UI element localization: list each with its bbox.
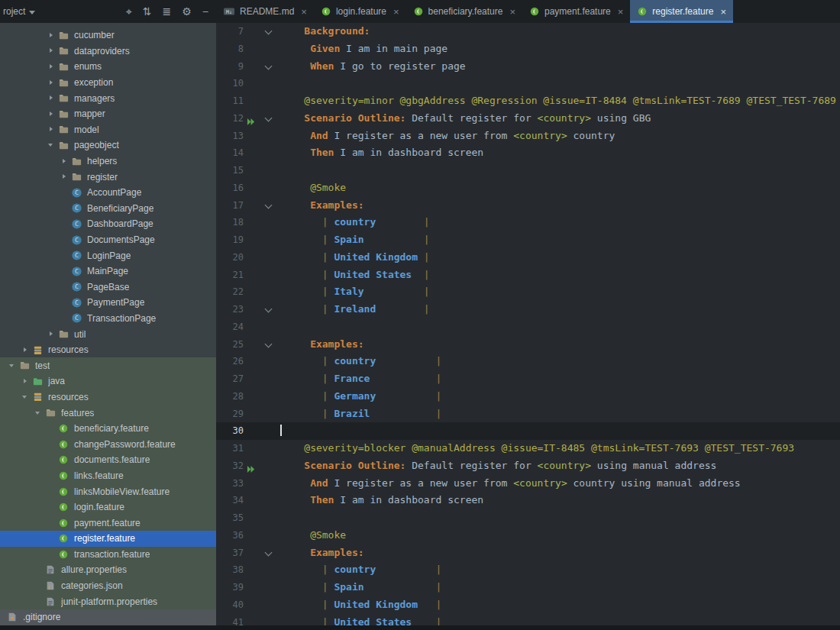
expand-collapse-icon[interactable]: ⇅ [143, 0, 152, 23]
chevron-down-icon[interactable] [45, 139, 57, 151]
code-line-35[interactable]: 35 [216, 509, 840, 527]
tree-item-model[interactable]: model [0, 122, 216, 138]
code-line-11[interactable]: 11 @severity=minor @gbgAddress @Regressi… [216, 92, 840, 110]
tree-item-features[interactable]: features [0, 405, 216, 421]
tab-payment.feature[interactable]: payment.feature× [522, 0, 630, 23]
chevron-right-icon[interactable] [45, 124, 57, 136]
tree-item-register.feature[interactable]: register.feature [0, 531, 216, 547]
chevron-right-icon[interactable] [45, 60, 57, 73]
code-line-38[interactable]: 38 | country | [216, 561, 840, 579]
code-line-17[interactable]: 17 Examples: [216, 197, 840, 215]
hide-panel-icon[interactable]: − [202, 0, 208, 23]
chevron-down-icon[interactable] [19, 391, 31, 403]
code-line-34[interactable]: 34 Then I am in dashboard screen [216, 492, 840, 509]
code-line-13[interactable]: 13 And I register as a new user from <co… [216, 128, 840, 145]
tree-item-pageobject[interactable]: pageobject [0, 137, 216, 153]
tree-item-links.feature[interactable]: links.feature [0, 468, 216, 484]
tree-item-categories.json[interactable]: {}categories.json [0, 578, 216, 594]
tree-item-documents.feature[interactable]: documents.feature [0, 452, 216, 468]
code-line-22[interactable]: 22 | Italy | [216, 283, 840, 301]
chevron-right-icon[interactable] [58, 155, 70, 167]
tree-item-util[interactable]: util [0, 326, 216, 342]
code-line-39[interactable]: 39 | Spain | [216, 579, 840, 596]
chevron-right-icon[interactable] [45, 29, 57, 41]
tree-item-AccountPage[interactable]: CAccountPage [0, 185, 216, 201]
code-line-31[interactable]: 31 @severity=blocker @manualAddress @iss… [216, 440, 840, 457]
fold-chevron-icon[interactable] [265, 114, 273, 121]
code-line-21[interactable]: 21 | United States | [216, 267, 840, 284]
close-icon[interactable]: × [720, 6, 726, 18]
tree-item-LoginPage[interactable]: CLoginPage [0, 247, 216, 263]
chevron-down-icon[interactable] [32, 407, 44, 419]
tree-item-resources[interactable]: resources [0, 389, 216, 405]
code-line-37[interactable]: 37 Examples: [216, 544, 840, 562]
chevron-right-icon[interactable] [45, 328, 57, 341]
tree-item-payment.feature[interactable]: payment.feature [0, 515, 216, 531]
project-view-dropdown[interactable]: roject [3, 6, 35, 17]
tree-item-TransactionPage[interactable]: CTransactionPage [0, 311, 216, 327]
fold-chevron-icon[interactable] [265, 27, 273, 35]
tree-item-java[interactable]: java [0, 373, 216, 389]
close-icon[interactable]: × [618, 6, 624, 18]
tree-item-changePassword.feature[interactable]: changePassword.feature [0, 436, 216, 452]
tree-item-register[interactable]: register [0, 169, 216, 185]
tab-README.md[interactable]: M↓README.md× [216, 0, 314, 23]
close-icon[interactable]: × [393, 6, 399, 18]
tree-item-cucumber[interactable]: cucumber [0, 27, 216, 44]
code-line-33[interactable]: 33 And I register as a new user from <co… [216, 475, 840, 493]
collapse-all-icon[interactable]: ≣ [163, 0, 172, 23]
tree-item-helpers[interactable]: helpers [0, 153, 216, 170]
code-line-12[interactable]: 12 Scenario Outline: Default register fo… [216, 110, 840, 128]
chevron-down-icon[interactable] [6, 360, 18, 372]
tree-item-BeneficiaryPage[interactable]: CBeneficiaryPage [0, 201, 216, 217]
code-line-19[interactable]: 19 | Spain | [216, 231, 840, 249]
tree-item-enums[interactable]: enums [0, 59, 216, 75]
code-line-26[interactable]: 26 | country | [216, 353, 840, 370]
tree-item-test[interactable]: test [0, 357, 216, 373]
settings-icon[interactable]: ⚙ [182, 0, 192, 23]
tree-item-linksMobileView.feature[interactable]: linksMobileView.feature [0, 483, 216, 499]
code-line-36[interactable]: 36 @Smoke [216, 527, 840, 544]
tab-beneficiary.feature[interactable]: beneficiary.feature× [406, 0, 522, 23]
close-icon[interactable]: × [301, 6, 307, 18]
tree-item-PaymentPage[interactable]: CPaymentPage [0, 295, 216, 311]
tree-item-DashboardPage[interactable]: CDashboardPage [0, 216, 216, 232]
chevron-right-icon[interactable] [45, 76, 57, 89]
tree-item-resources[interactable]: resources [0, 342, 216, 358]
fold-chevron-icon[interactable] [265, 305, 273, 313]
code-line-10[interactable]: 10 [216, 75, 840, 92]
chevron-right-icon[interactable] [19, 375, 31, 387]
chevron-right-icon[interactable] [58, 171, 70, 183]
close-icon[interactable]: × [509, 6, 515, 18]
editor-pane[interactable]: 7 Background:8 Given I am in main page9 … [216, 23, 840, 630]
chevron-right-icon[interactable] [19, 344, 31, 356]
tab-login.feature[interactable]: login.feature× [314, 0, 406, 23]
code-line-16[interactable]: 16 @Smoke [216, 179, 840, 197]
tree-item-junit-platform.properties[interactable]: junit-platform.properties [0, 593, 216, 609]
code-line-24[interactable]: 24 [216, 318, 840, 336]
chevron-right-icon[interactable] [45, 45, 57, 57]
tree-item-mapper[interactable]: mapper [0, 106, 216, 122]
chevron-right-icon[interactable] [45, 108, 57, 120]
tree-item-transaction.feature[interactable]: transaction.feature [0, 547, 216, 563]
tree-item-.gitignore[interactable]: .gitignore [0, 609, 216, 625]
code-line-15[interactable]: 15 [216, 162, 840, 179]
tree-item-exception[interactable]: exception [0, 75, 216, 91]
code-line-14[interactable]: 14 Then I am in dashboard screen [216, 144, 840, 162]
code-line-8[interactable]: 8 Given I am in main page [216, 40, 840, 58]
tree-item-managers[interactable]: managers [0, 90, 216, 106]
code-line-29[interactable]: 29 | Brazil | [216, 405, 840, 423]
fold-chevron-icon[interactable] [265, 340, 273, 347]
tree-item-beneficiary.feature[interactable]: beneficiary.feature [0, 421, 216, 437]
tab-register.feature[interactable]: register.feature× [630, 0, 733, 23]
code-line-28[interactable]: 28 | Germany | [216, 388, 840, 405]
code-line-7[interactable]: 7 Background: [216, 23, 840, 40]
tree-item-dataproviders[interactable]: dataproviders [0, 44, 216, 60]
code-line-27[interactable]: 27 | France | [216, 370, 840, 388]
code-line-9[interactable]: 9 When I go to register page [216, 58, 840, 76]
code-line-32[interactable]: 32 Scenario Outline: Default register fo… [216, 457, 840, 475]
tree-item-DocumentsPage[interactable]: CDocumentsPage [0, 232, 216, 248]
tree-item-login.feature[interactable]: login.feature [0, 499, 216, 515]
tree-item-MainPage[interactable]: CMainPage [0, 263, 216, 279]
code-line-30[interactable]: 30 [216, 422, 840, 440]
